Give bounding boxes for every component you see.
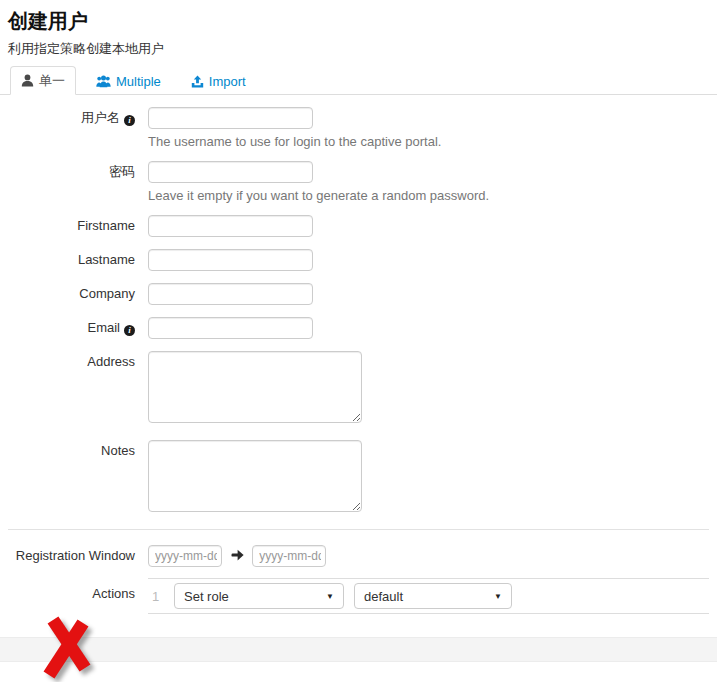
company-input[interactable] <box>148 283 313 305</box>
password-help: Leave it empty if you want to generate a… <box>148 188 709 203</box>
address-label: Address <box>8 351 135 373</box>
create-user-form: 用户名i The username to use for login to th… <box>8 107 709 614</box>
password-label: 密码 <box>8 161 135 183</box>
action-value-selected: default <box>364 589 403 604</box>
action-type-selected: Set role <box>184 589 229 604</box>
username-input[interactable] <box>148 107 313 129</box>
page-subtitle: 利用指定策略创建本地用户 <box>8 41 709 57</box>
tab-single[interactable]: 单一 <box>10 66 76 95</box>
password-row: 密码 Leave it empty if you want to generat… <box>8 161 709 203</box>
tab-single-label: 单一 <box>39 67 65 94</box>
notes-textarea[interactable] <box>148 440 362 512</box>
firstname-input[interactable] <box>148 215 313 237</box>
email-input[interactable] <box>148 317 313 339</box>
registration-start-input[interactable] <box>148 545 222 567</box>
tab-multiple[interactable]: Multiple <box>86 68 171 95</box>
address-textarea[interactable] <box>148 351 362 423</box>
company-label: Company <box>8 283 135 305</box>
actions-label: Actions <box>8 578 135 605</box>
address-row: Address <box>8 351 709 426</box>
notes-label: Notes <box>8 440 135 462</box>
arrow-right-icon <box>231 549 244 564</box>
firstname-row: Firstname <box>8 215 709 237</box>
red-x-mark <box>39 611 97 682</box>
lastname-row: Lastname <box>8 249 709 271</box>
action-row-number: 1 <box>152 589 166 604</box>
action-type-select[interactable]: Set role ▼ <box>174 583 344 609</box>
registration-end-input[interactable] <box>252 545 326 567</box>
section-divider <box>8 529 709 530</box>
upload-icon <box>191 75 204 88</box>
email-label: Emaili <box>8 317 135 339</box>
info-circle-icon: i <box>124 325 135 336</box>
notes-row: Notes <box>8 440 709 515</box>
chevron-down-icon: ▼ <box>326 592 334 601</box>
lastname-input[interactable] <box>148 249 313 271</box>
company-row: Company <box>8 283 709 305</box>
create-user-page: 创建用户 利用指定策略创建本地用户 单一 <box>0 8 717 614</box>
action-value-select[interactable]: default ▼ <box>354 583 512 609</box>
username-label: 用户名i <box>8 107 135 129</box>
username-help: The username to use for login to the cap… <box>148 134 709 149</box>
tab-multiple-label: Multiple <box>116 68 161 95</box>
user-icon <box>21 74 34 87</box>
password-input[interactable] <box>148 161 313 183</box>
actions-table: 1 Set role ▼ default ▼ <box>148 578 709 614</box>
lastname-label: Lastname <box>8 249 135 271</box>
info-circle-icon: i <box>124 115 135 126</box>
firstname-label: Firstname <box>8 215 135 237</box>
actions-row: Actions 1 Set role ▼ default ▼ <box>8 578 709 614</box>
form-footer-bar <box>0 637 717 662</box>
registration-window-label: Registration Window <box>8 545 135 567</box>
tab-import[interactable]: Import <box>181 68 256 95</box>
tab-bar: 单一 Multiple Impo <box>0 66 717 95</box>
tab-import-label: Import <box>209 68 246 95</box>
username-row: 用户名i The username to use for login to th… <box>8 107 709 149</box>
email-row: Emaili <box>8 317 709 339</box>
page-title: 创建用户 <box>8 8 709 34</box>
registration-window-row: Registration Window <box>8 545 709 567</box>
chevron-down-icon: ▼ <box>494 592 502 601</box>
users-icon <box>96 75 111 88</box>
